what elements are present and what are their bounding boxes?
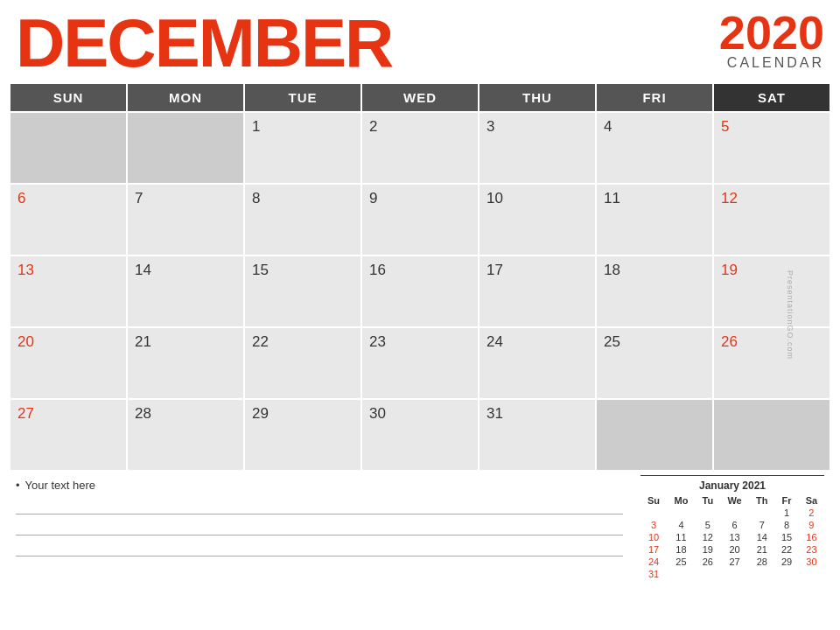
header-tue: TUE xyxy=(244,83,361,112)
calendar-label: CALENDAR xyxy=(719,56,824,70)
mini-cell: 8 xyxy=(774,519,798,531)
cal-cell: 7 xyxy=(127,184,244,256)
mini-cell: 9 xyxy=(799,519,824,531)
mini-cell xyxy=(749,568,774,580)
mini-cell: 1 xyxy=(774,507,798,519)
mini-row-2: 10111213141516 xyxy=(640,531,824,543)
calendar-table: SUN MON TUE WED THU FRI SAT 123456789101… xyxy=(9,82,831,472)
mini-cal-header-row: SuMoTuWeThFrSa xyxy=(640,494,824,507)
mini-cell xyxy=(774,568,798,580)
mini-cal-body: 1234567891011121314151617181920212223242… xyxy=(640,507,824,580)
mini-cell xyxy=(720,507,749,519)
mini-row-0: 12 xyxy=(640,507,824,519)
cal-cell: 31 xyxy=(479,399,596,471)
mini-cell: 16 xyxy=(799,531,824,543)
cal-cell: 1 xyxy=(244,112,361,184)
mini-cell: 18 xyxy=(667,543,696,556)
mini-cell: 22 xyxy=(774,543,798,556)
cal-cell: 25 xyxy=(596,327,713,399)
cal-cell: 3 xyxy=(479,112,596,184)
mini-cell: 23 xyxy=(799,543,824,556)
month-title: DECEMBER xyxy=(16,9,392,77)
mini-cell: 3 xyxy=(640,519,667,531)
cal-cell: 8 xyxy=(244,184,361,256)
mini-cell: 27 xyxy=(720,556,749,568)
mini-cell xyxy=(749,507,774,519)
calendar-week-4: 2728293031 xyxy=(10,399,830,471)
cal-cell: 27 xyxy=(10,399,127,471)
cal-cell: 29 xyxy=(244,399,361,471)
bullet-dot: • xyxy=(16,479,20,492)
cal-cell: 26 xyxy=(713,327,830,399)
mini-cell xyxy=(667,568,696,580)
notes-section: • Your text here xyxy=(16,475,623,562)
cal-cell: 14 xyxy=(127,256,244,327)
calendar-body: 1234567891011121314151617181920212223242… xyxy=(10,112,830,471)
mini-cell: 31 xyxy=(640,568,667,580)
cal-cell: 16 xyxy=(361,256,479,327)
mini-cell: 29 xyxy=(774,556,798,568)
mini-header-tu: Tu xyxy=(696,494,720,507)
header-sat: SAT xyxy=(713,83,830,112)
cal-cell: 12 xyxy=(713,184,830,256)
weekday-header-row: SUN MON TUE WED THU FRI SAT xyxy=(10,83,830,112)
mini-row-3: 17181920212223 xyxy=(640,543,824,556)
calendar-week-0: 12345 xyxy=(10,112,830,184)
mini-header-su: Su xyxy=(640,494,667,507)
cal-cell: 30 xyxy=(361,399,479,471)
calendar-header: SUN MON TUE WED THU FRI SAT xyxy=(10,83,830,112)
cal-cell: 20 xyxy=(10,327,127,399)
mini-cell xyxy=(667,507,696,519)
cal-cell xyxy=(713,399,830,471)
header-mon: MON xyxy=(127,83,244,112)
mini-row-5: 31 xyxy=(640,568,824,580)
year-number: 2020 xyxy=(719,9,824,56)
cal-cell: 15 xyxy=(244,256,361,327)
cal-cell: 19 xyxy=(713,256,830,327)
mini-cell: 11 xyxy=(667,531,696,543)
header-thu: THU xyxy=(479,83,596,112)
notes-line-2 xyxy=(16,520,623,536)
mini-row-1: 3456789 xyxy=(640,519,824,531)
mini-cell: 24 xyxy=(640,556,667,568)
mini-cell: 6 xyxy=(720,519,749,531)
notes-line-1 xyxy=(16,499,623,514)
mini-cell: 12 xyxy=(696,531,720,543)
cal-cell: 11 xyxy=(596,184,713,256)
page-header: DECEMBER 2020 CALENDAR xyxy=(0,0,840,82)
mini-cell: 15 xyxy=(774,531,798,543)
year-block: 2020 CALENDAR xyxy=(719,9,824,70)
cal-cell: 22 xyxy=(244,327,361,399)
cal-cell: 17 xyxy=(479,256,596,327)
mini-cell: 13 xyxy=(720,531,749,543)
cal-cell: 24 xyxy=(479,327,596,399)
mini-cell: 30 xyxy=(799,556,824,568)
mini-row-4: 24252627282930 xyxy=(640,556,824,568)
cal-cell: 23 xyxy=(361,327,479,399)
mini-header-mo: Mo xyxy=(667,494,696,507)
cal-cell: 10 xyxy=(479,184,596,256)
mini-cell: 7 xyxy=(749,519,774,531)
watermark: PresentationGO.com xyxy=(786,270,794,360)
notes-line-3 xyxy=(16,541,623,556)
mini-cell xyxy=(696,568,720,580)
mini-header-sa: Sa xyxy=(799,494,824,507)
mini-cell: 20 xyxy=(720,543,749,556)
cal-cell xyxy=(127,112,244,184)
mini-cell: 4 xyxy=(667,519,696,531)
header-wed: WED xyxy=(361,83,479,112)
mini-cell: 5 xyxy=(696,519,720,531)
mini-cal-table: SuMoTuWeThFrSa 1234567891011121314151617… xyxy=(640,494,824,580)
mini-header-th: Th xyxy=(749,494,774,507)
header-fri: FRI xyxy=(596,83,713,112)
mini-cell: 10 xyxy=(640,531,667,543)
mini-cell: 26 xyxy=(696,556,720,568)
footer: • Your text here January 2021 SuMoTuWeTh… xyxy=(0,472,840,580)
mini-cal-title: January 2021 xyxy=(640,480,824,492)
mini-cal-border xyxy=(640,475,824,476)
cal-cell: 13 xyxy=(10,256,127,327)
mini-cal-header: SuMoTuWeThFrSa xyxy=(640,494,824,507)
cal-cell: 28 xyxy=(127,399,244,471)
notes-text: Your text here xyxy=(25,479,95,492)
mini-cell: 14 xyxy=(749,531,774,543)
